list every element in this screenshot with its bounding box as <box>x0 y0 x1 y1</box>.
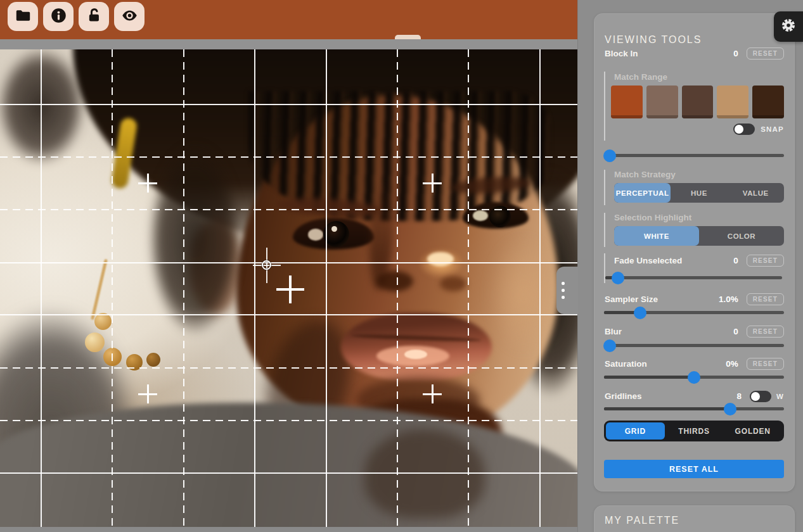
saturation-slider[interactable] <box>604 371 784 383</box>
fade-unselected-reset-button[interactable]: RESET <box>747 255 784 267</box>
unlock-icon <box>86 7 103 26</box>
drag-dots-icon <box>562 282 565 285</box>
image-canvas[interactable] <box>0 49 577 527</box>
block-in-reset-button[interactable]: RESET <box>747 48 784 60</box>
option-white[interactable]: WHITE <box>614 226 699 246</box>
gridline-horizontal <box>0 156 577 158</box>
canvas-top-margin <box>0 39 577 49</box>
gridlines-value: 8 <box>736 391 742 401</box>
slider-handle[interactable] <box>612 272 624 284</box>
gridline-vertical <box>397 49 398 527</box>
blur-label: Blur <box>605 327 733 336</box>
gridline-horizontal <box>0 367 577 369</box>
match-swatch-3[interactable] <box>682 86 714 118</box>
grid-type-control: GRID THIRDS GOLDEN <box>604 421 784 441</box>
option-thirds[interactable]: THIRDS <box>665 422 724 440</box>
eye-icon <box>121 7 138 26</box>
settings-button[interactable] <box>774 11 803 42</box>
grid-cross-marker <box>423 174 442 193</box>
sampler-size-reset-button[interactable]: RESET <box>747 293 784 305</box>
match-swatch-4[interactable] <box>717 86 748 118</box>
gridline-horizontal <box>0 420 577 421</box>
selection-highlight-control: WHITE COLOR <box>614 226 784 246</box>
grid-cross-marker <box>138 384 157 403</box>
info-button[interactable] <box>43 2 74 31</box>
gridline-vertical <box>183 49 184 527</box>
gridline-horizontal <box>0 472 577 474</box>
blur-row: Blur 0 RESET <box>605 325 784 338</box>
blur-slider[interactable] <box>604 339 784 351</box>
sampler-size-slider[interactable] <box>604 307 784 318</box>
match-strategy-group: Match Strategy PERCEPTUAL HUE VALUE <box>604 170 784 205</box>
saturation-reset-button[interactable]: RESET <box>747 358 784 370</box>
slider-handle[interactable] <box>688 371 700 384</box>
slider-handle[interactable] <box>603 339 616 352</box>
match-swatch-2[interactable] <box>646 86 678 118</box>
match-range-label: Match Range <box>614 72 784 82</box>
gridlines-toggle-label: W <box>776 393 784 400</box>
match-swatch-5[interactable] <box>752 86 784 118</box>
gridline-horizontal <box>0 314 577 315</box>
canvas-column <box>0 0 577 532</box>
gridline-horizontal <box>0 104 577 105</box>
option-hue[interactable]: HUE <box>671 183 727 203</box>
option-perceptual[interactable]: PERCEPTUAL <box>614 183 671 203</box>
lock-button[interactable] <box>79 2 109 31</box>
toolbar <box>8 2 145 31</box>
gear-icon <box>781 18 796 35</box>
canvas-bottom-margin <box>0 527 577 532</box>
slider-handle[interactable] <box>724 403 736 415</box>
folder-icon <box>15 7 32 26</box>
match-range-slider[interactable] <box>604 149 784 161</box>
toolbar-collapse-handle[interactable] <box>395 35 421 39</box>
gridline-vertical <box>326 49 327 527</box>
gridline-horizontal <box>0 262 577 263</box>
info-icon <box>50 7 67 26</box>
gridline-vertical <box>539 49 541 527</box>
match-strategy-control: PERCEPTUAL HUE VALUE <box>614 183 784 203</box>
blur-reset-button[interactable]: RESET <box>747 326 784 338</box>
fade-unselected-slider[interactable] <box>605 272 782 283</box>
sampler-size-label: Sampler Size <box>605 294 719 304</box>
top-toolbar-bar <box>0 0 577 39</box>
saturation-label: Saturation <box>605 359 726 369</box>
open-file-button[interactable] <box>8 2 38 31</box>
fade-unselected-group: Fade Unselected 0 RESET <box>604 253 784 283</box>
visibility-button[interactable] <box>114 2 145 31</box>
fade-unselected-label: Fade Unselected <box>614 256 733 265</box>
match-swatch-1[interactable] <box>611 86 643 118</box>
reset-all-button[interactable]: RESET ALL <box>604 460 784 478</box>
blur-value: 0 <box>733 327 738 336</box>
option-color[interactable]: COLOR <box>699 226 784 246</box>
art-reference-app: VIEWING TOOLS Block In 0 RESET Match Ran… <box>0 0 803 532</box>
gridline-vertical <box>112 49 113 527</box>
snap-label: SNAP <box>761 125 784 133</box>
option-value[interactable]: VALUE <box>728 183 784 203</box>
match-strategy-label: Match Strategy <box>614 170 784 179</box>
match-range-swatches <box>611 86 784 118</box>
gridline-vertical <box>41 49 42 527</box>
gridlines-row: Gridlines 8 W <box>605 390 784 403</box>
saturation-value: 0% <box>726 359 738 369</box>
gridlines-slider[interactable] <box>604 403 784 414</box>
fade-unselected-row: Fade Unselected 0 RESET <box>614 255 784 267</box>
saturation-row: Saturation 0% RESET <box>605 357 784 370</box>
my-palette-panel: MY PALETTE <box>594 505 795 532</box>
sampler-cursor <box>253 248 281 283</box>
sampler-size-value: 1.0% <box>719 294 738 304</box>
option-golden[interactable]: GOLDEN <box>723 422 782 440</box>
gridline-vertical <box>468 49 469 527</box>
snap-row: SNAP <box>605 124 784 135</box>
sidebar: VIEWING TOOLS Block In 0 RESET Match Ran… <box>577 0 803 532</box>
slider-handle[interactable] <box>634 307 646 319</box>
panel-collapse-handle[interactable] <box>556 267 578 314</box>
option-grid[interactable]: GRID <box>606 422 665 440</box>
selection-highlight-group: Selection Highlight WHITE COLOR <box>604 213 784 247</box>
block-in-value: 0 <box>733 49 738 58</box>
snap-toggle[interactable] <box>733 124 755 135</box>
gridlines-color-toggle[interactable] <box>750 391 771 402</box>
slider-handle[interactable] <box>603 149 616 162</box>
gridline-vertical <box>254 49 255 527</box>
gridlines-label: Gridlines <box>605 391 736 401</box>
gridline-horizontal <box>0 209 577 210</box>
